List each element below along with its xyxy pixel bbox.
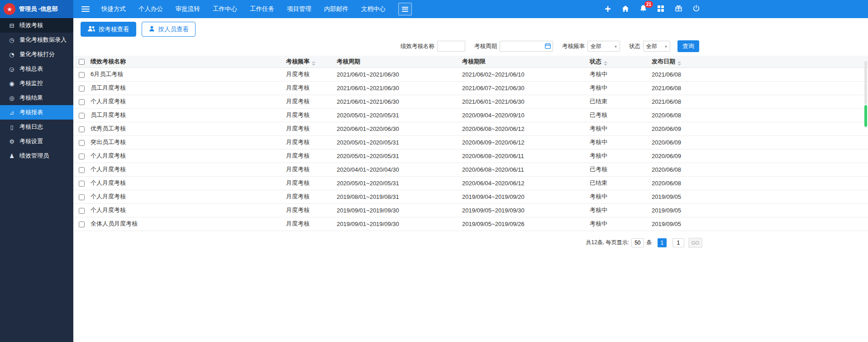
row-checkbox[interactable] bbox=[79, 140, 85, 146]
scrollbar-thumb[interactable] bbox=[864, 61, 867, 104]
column-header-period: 考核周期 bbox=[333, 56, 458, 67]
column-header-status[interactable]: 状态 bbox=[586, 56, 648, 67]
row-frequency: 月度考核 bbox=[282, 190, 333, 203]
filter-status-label: 状态 bbox=[629, 43, 640, 50]
pagination-summary: 共12条, 每页显示: bbox=[586, 239, 629, 246]
sidebar-item-assessment-summary[interactable]: ◶考核总表 bbox=[0, 62, 73, 76]
sort-icon bbox=[312, 61, 315, 66]
logout-button[interactable] bbox=[692, 5, 701, 14]
table-row[interactable]: 个人月度考核月度考核2020/05/01~2020/05/312020/06/0… bbox=[73, 176, 868, 190]
scroll-position-indicator[interactable] bbox=[864, 105, 867, 127]
status-select[interactable]: 全部 ▾ bbox=[643, 41, 670, 52]
assessment-name-input[interactable] bbox=[437, 41, 465, 52]
nav-item-approval-flow[interactable]: 审批流转 bbox=[176, 4, 200, 14]
table-row[interactable]: 个人月度考核月度考核2020/04/01~2020/04/302020/06/0… bbox=[73, 163, 868, 176]
row-deadline: 2020/06/08~2020/06/12 bbox=[458, 122, 586, 135]
column-header-frequency[interactable]: 考核频率 bbox=[282, 56, 333, 67]
nav-item-work-tasks[interactable]: 工作任务 bbox=[250, 4, 274, 14]
table-row[interactable]: 突出员工考核月度考核2020/05/01~2020/05/312020/06/0… bbox=[73, 135, 868, 149]
row-deadline: 2020/06/08~2020/06/11 bbox=[458, 163, 586, 176]
brand-user-label: 管理员 -信息部 bbox=[19, 5, 58, 13]
sidebar-item-assessment-report[interactable]: ⊿考核报表 bbox=[0, 105, 73, 120]
go-button[interactable]: GO bbox=[688, 238, 702, 248]
row-status: 考核中 bbox=[586, 122, 648, 135]
row-checkbox[interactable] bbox=[79, 208, 85, 214]
row-name: 优秀员工考核 bbox=[87, 122, 282, 135]
goto-page-input[interactable] bbox=[672, 238, 684, 247]
sidebar-item-label: 量化考核数据录入 bbox=[19, 36, 67, 44]
notifications-button[interactable]: 21 bbox=[639, 5, 648, 14]
table-row[interactable]: 员工月度考核月度考核2021/06/01~2021/06/302021/06/0… bbox=[73, 81, 868, 95]
apps-grid-button[interactable] bbox=[656, 5, 665, 14]
page-1-button[interactable]: 1 bbox=[658, 238, 667, 247]
sidebar-item-label: 考核监控 bbox=[19, 79, 43, 87]
row-name: 个人月度考核 bbox=[87, 176, 282, 190]
column-header-publish-date[interactable]: 发布日期 bbox=[648, 56, 868, 67]
table-row[interactable]: 优秀员工考核月度考核2020/06/01~2020/06/302020/06/0… bbox=[73, 122, 868, 135]
sidebar-item-quant-data-entry[interactable]: ◷量化考核数据录入 bbox=[0, 33, 73, 47]
table-row[interactable]: 个人月度考核月度考核2020/05/01~2020/05/312020/06/0… bbox=[73, 149, 868, 163]
row-checkbox[interactable] bbox=[79, 99, 85, 105]
row-publish-date: 2020/06/09 bbox=[648, 135, 868, 149]
brand: ★ 管理员 -信息部 bbox=[0, 0, 73, 18]
nav-item-project-management[interactable]: 项目管理 bbox=[287, 4, 311, 14]
clock-icon: ◶ bbox=[8, 66, 15, 72]
tab-label: 按人员查看 bbox=[158, 25, 189, 34]
row-frequency: 月度考核 bbox=[282, 217, 333, 231]
row-checkbox[interactable] bbox=[79, 167, 85, 173]
sidebar-item-performance-admin[interactable]: ♟绩效管理员 bbox=[0, 149, 73, 163]
nav-item-internal-mail[interactable]: 内部邮件 bbox=[324, 4, 348, 14]
row-checkbox[interactable] bbox=[79, 113, 85, 119]
filter-toolbar: 绩效考核名称 考核周期 考核频率 全部 ▾ 状态 全部 ▾ 查询 bbox=[73, 39, 868, 56]
sidebar-item-assessment-log[interactable]: ▯考核日志 bbox=[0, 120, 73, 134]
row-name: 个人月度考核 bbox=[87, 149, 282, 163]
tab-by-person[interactable]: 按人员查看 bbox=[142, 22, 196, 37]
sidebar-item-quant-scoring[interactable]: ◔量化考核打分 bbox=[0, 47, 73, 62]
page-size-input[interactable] bbox=[631, 238, 644, 247]
row-publish-date: 2020/06/08 bbox=[648, 176, 868, 190]
power-icon bbox=[692, 5, 700, 14]
search-button[interactable]: 查询 bbox=[677, 40, 699, 52]
row-checkbox[interactable] bbox=[79, 154, 85, 159]
sidebar-item-assessment-settings[interactable]: ⚙考核设置 bbox=[0, 134, 73, 149]
hamburger-icon bbox=[81, 6, 90, 12]
nav-item-personal-office[interactable]: 个人办公 bbox=[138, 4, 163, 14]
row-period: 2020/05/01~2020/05/31 bbox=[333, 135, 458, 149]
row-frequency: 月度考核 bbox=[282, 95, 333, 108]
sidebar-item-assessment-monitor[interactable]: ◉考核监控 bbox=[0, 76, 73, 91]
nav-item-shortcuts[interactable]: 快捷方式 bbox=[101, 4, 126, 14]
row-checkbox[interactable] bbox=[79, 72, 85, 78]
row-checkbox[interactable] bbox=[79, 126, 85, 132]
row-name: 个人月度考核 bbox=[87, 203, 282, 217]
row-checkbox[interactable] bbox=[79, 86, 85, 92]
filter-period-label: 考核周期 bbox=[474, 43, 497, 50]
row-period: 2021/06/01~2021/06/30 bbox=[333, 81, 458, 95]
table-row[interactable]: 个人月度考核月度考核2021/06/01~2021/06/302021/06/0… bbox=[73, 95, 868, 108]
collapse-menu-button[interactable] bbox=[81, 5, 90, 13]
frequency-select[interactable]: 全部 ▾ bbox=[587, 41, 620, 52]
add-button[interactable]: + bbox=[603, 5, 612, 14]
row-deadline: 2021/06/01~2021/06/30 bbox=[458, 95, 586, 108]
sidebar-item-assessment-result[interactable]: ◎考核结果 bbox=[0, 91, 73, 105]
row-deadline: 2020/06/08~2020/06/11 bbox=[458, 149, 586, 163]
row-checkbox[interactable] bbox=[79, 181, 85, 187]
row-period: 2021/06/01~2021/06/30 bbox=[333, 67, 458, 81]
table-row[interactable]: 员工月度考核月度考核2020/05/01~2020/05/312020/09/0… bbox=[73, 108, 868, 122]
nav-item-work-center[interactable]: 工作中心 bbox=[213, 4, 237, 14]
row-checkbox[interactable] bbox=[79, 222, 85, 227]
row-checkbox[interactable] bbox=[79, 194, 85, 200]
gift-button[interactable] bbox=[674, 5, 683, 14]
module-menu-button[interactable] bbox=[398, 3, 412, 15]
tab-by-assessment[interactable]: 按考核查看 bbox=[81, 22, 136, 37]
table-row[interactable]: 6月员工考核月度考核2021/06/01~2021/06/302021/06/0… bbox=[73, 67, 868, 81]
select-all-checkbox[interactable] bbox=[79, 59, 85, 65]
table-row[interactable]: 全体人员月度考核月度考核2019/09/01~2019/09/302019/09… bbox=[73, 217, 868, 231]
table-row[interactable]: 个人月度考核月度考核2019/09/01~2019/09/302019/09/0… bbox=[73, 203, 868, 217]
sidebar-item-performance-assessment[interactable]: ⊟绩效考核 bbox=[0, 18, 73, 33]
row-status: 考核中 bbox=[586, 203, 648, 217]
calendar-icon[interactable] bbox=[544, 43, 551, 51]
table-row[interactable]: 个人月度考核月度考核2019/08/01~2019/08/312019/09/0… bbox=[73, 190, 868, 203]
row-status: 考核中 bbox=[586, 67, 648, 81]
home-button[interactable] bbox=[621, 5, 630, 14]
nav-item-document-center[interactable]: 文档中心 bbox=[361, 4, 386, 14]
